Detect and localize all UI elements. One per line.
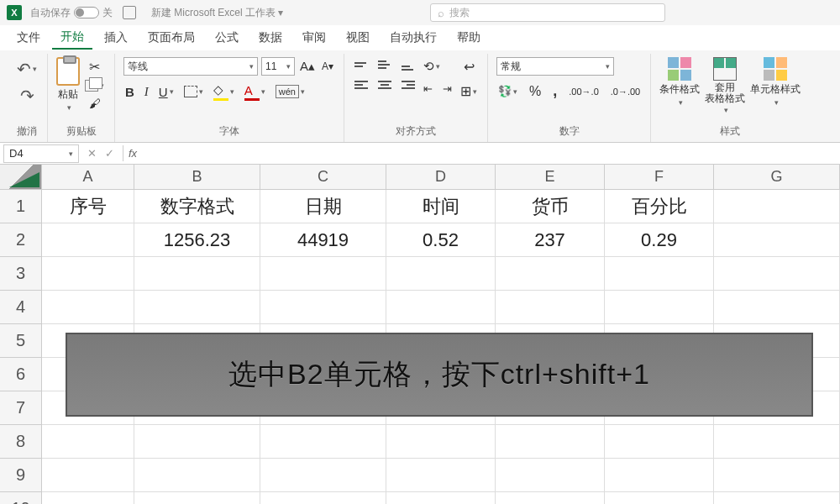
align-middle-button[interactable] [376,57,393,72]
cell[interactable]: 0.52 [386,223,496,257]
row-header[interactable]: 7 [0,391,42,425]
increase-indent-button[interactable]: ⇥ [441,81,454,97]
cut-button[interactable]: ✂ [83,57,106,76]
cell[interactable] [42,459,134,492]
row-header[interactable]: 6 [0,358,42,391]
decrease-indent-button[interactable]: ⇤ [422,81,434,97]
cell[interactable]: 百分比 [605,190,714,223]
row-header[interactable]: 2 [0,223,42,257]
formula-input[interactable] [142,144,840,163]
cells-area[interactable]: 序号数字格式日期时间货币百分比1256.23449190.522370.29选中… [42,190,840,504]
increase-decimal-button[interactable]: .00→.0 [567,85,600,98]
decrease-font-button[interactable]: A▾ [320,59,335,74]
autosave-toggle[interactable]: 自动保存 关 [30,6,113,20]
tab-开始[interactable]: 开始 [52,26,92,50]
borders-button[interactable]: ▾ [182,84,205,99]
cell[interactable] [496,291,605,324]
percent-button[interactable]: % [528,82,543,101]
cell[interactable] [496,425,605,459]
row-header[interactable]: 9 [0,459,42,492]
fx-icon[interactable]: fx [123,147,142,160]
select-all-corner[interactable] [0,165,42,190]
cell[interactable] [714,223,840,257]
column-header[interactable]: C [260,165,386,190]
cell[interactable] [605,459,714,492]
cell[interactable] [386,425,496,459]
redo-button[interactable]: ↷ [15,84,39,108]
align-center-button[interactable] [376,77,393,92]
cell[interactable] [42,492,134,504]
cell[interactable] [496,459,605,492]
cell[interactable] [260,291,386,324]
tab-自动执行[interactable]: 自动执行 [381,27,445,49]
align-top-button[interactable] [353,57,370,72]
cell[interactable] [496,257,605,291]
tab-文件[interactable]: 文件 [8,27,49,49]
cell[interactable] [714,492,840,504]
cell-styles-button[interactable]: 单元格样式 ▾ [750,57,801,107]
name-box[interactable]: D4▾ [3,144,79,163]
cell[interactable]: 0.29 [605,223,714,257]
column-header[interactable]: B [134,165,260,190]
tab-插入[interactable]: 插入 [96,27,136,49]
align-bottom-button[interactable] [400,57,417,72]
cell[interactable] [260,459,386,492]
decrease-decimal-button[interactable]: .0→.00 [609,85,642,98]
row-header[interactable]: 8 [0,425,42,459]
undo-button[interactable]: ↶▾ [15,57,39,81]
row-header[interactable]: 3 [0,257,42,291]
cell[interactable] [496,492,605,504]
italic-button[interactable]: I [143,83,150,101]
tab-审阅[interactable]: 审阅 [294,27,334,49]
phonetic-button[interactable]: wén▾ [274,83,307,100]
column-header[interactable]: G [714,165,840,190]
cell[interactable] [605,425,714,459]
column-header[interactable]: E [496,165,605,190]
increase-font-button[interactable]: A▴ [298,57,317,76]
cell[interactable]: 44919 [260,223,386,257]
cell[interactable]: 1256.23 [134,223,260,257]
cell[interactable]: 时间 [386,190,496,223]
row-header[interactable]: 4 [0,291,42,324]
cell[interactable]: 数字格式 [134,190,260,223]
cell[interactable] [134,257,260,291]
document-title[interactable]: 新建 Microsoft Excel 工作表 ▾ [151,6,283,20]
tab-视图[interactable]: 视图 [338,27,378,49]
cell[interactable] [134,459,260,492]
toggle-icon[interactable] [74,7,99,18]
cell[interactable] [42,257,134,291]
cell[interactable] [714,190,840,223]
underline-button[interactable]: U▾ [157,83,176,101]
row-header[interactable]: 1 [0,190,42,223]
font-name-select[interactable]: 等线▾ [123,57,258,76]
tab-帮助[interactable]: 帮助 [449,27,489,49]
cell[interactable]: 237 [496,223,605,257]
orientation-button[interactable]: ⟲▾ [422,57,442,76]
enter-formula-button[interactable]: ✓ [103,145,116,161]
merge-cells-button[interactable]: ⊞▾ [459,81,479,101]
cell[interactable] [714,257,840,291]
conditional-format-button[interactable]: 条件格式 ▾ [659,57,700,107]
wrap-text-button[interactable]: ↩ [459,57,479,76]
cell[interactable]: 序号 [42,190,134,223]
cell[interactable] [714,291,840,324]
cell[interactable] [42,291,134,324]
row-header[interactable]: 10 [0,492,42,504]
tab-数据[interactable]: 数据 [250,27,291,49]
cell[interactable]: 日期 [260,190,386,223]
copy-button[interactable]: ▾ [83,78,106,93]
align-right-button[interactable] [400,77,417,92]
font-size-select[interactable]: 11▾ [261,57,295,76]
cell[interactable] [386,257,496,291]
table-format-button[interactable]: 套用 表格格式 ▾ [705,57,745,114]
accounting-format-button[interactable]: 💱▾ [496,83,519,99]
cell[interactable] [386,459,496,492]
cell[interactable] [42,425,134,459]
cell[interactable] [605,492,714,504]
comma-button[interactable]: , [551,81,559,102]
search-input[interactable]: ⌕ 搜索 [430,3,665,22]
paste-button[interactable]: 粘贴 ▾ [56,57,80,112]
column-header[interactable]: A [42,165,134,190]
cell[interactable]: 货币 [496,190,605,223]
cell[interactable] [42,223,134,257]
